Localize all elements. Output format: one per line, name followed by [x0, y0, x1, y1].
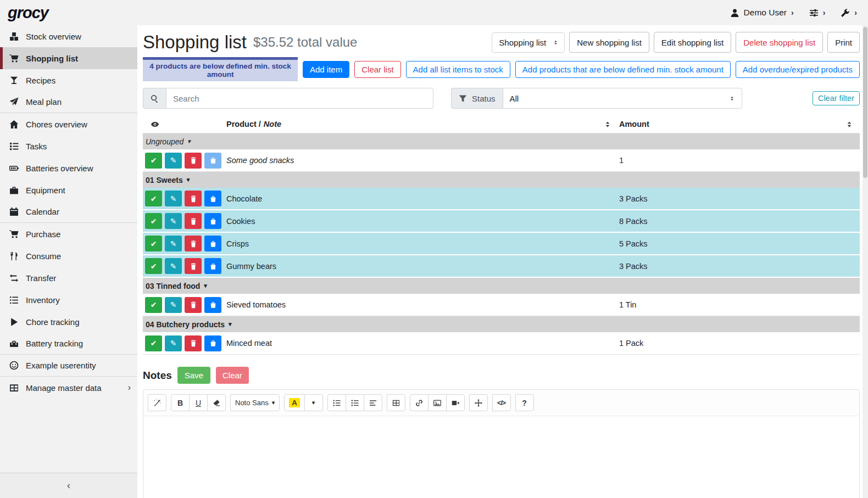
delete-item-button[interactable]	[185, 258, 202, 274]
chevron-right-icon: ›	[791, 8, 794, 17]
link-button[interactable]	[410, 394, 429, 411]
sort-icon[interactable]	[844, 120, 854, 128]
mark-done-button[interactable]: ✔	[145, 258, 162, 274]
code-button[interactable]: </>	[492, 394, 511, 411]
add-item-button[interactable]: Add item	[303, 61, 349, 78]
delete-item-button[interactable]	[185, 335, 202, 351]
mark-done-button[interactable]: ✔	[145, 297, 162, 313]
add-to-stock-button[interactable]	[204, 191, 221, 206]
sidebar-item-chores-overview[interactable]: Chores overview	[0, 113, 137, 135]
delete-item-button[interactable]	[185, 153, 202, 169]
sidebar-item-purchase[interactable]: Purchase	[0, 223, 137, 245]
eraser-button[interactable]	[207, 394, 226, 411]
sidebar-item-meal-plan[interactable]: Meal plan	[0, 91, 137, 113]
search-input[interactable]	[166, 88, 433, 109]
paragraph-button[interactable]	[364, 394, 382, 411]
delete-item-button[interactable]	[185, 297, 202, 313]
clear-notes-button[interactable]: Clear	[216, 367, 249, 384]
clear-filter-button[interactable]: Clear filter	[813, 91, 860, 105]
arrows-button[interactable]	[469, 394, 488, 411]
sidebar-item-tasks[interactable]: Tasks	[0, 135, 137, 157]
sidebar-item-transfer[interactable]: Transfer	[0, 267, 137, 289]
ul-button[interactable]	[327, 394, 346, 411]
sidebar-item-shopping-list[interactable]: Shopping list	[0, 47, 137, 69]
save-notes-button[interactable]: Save	[177, 367, 210, 384]
edit-item-button[interactable]: ✎	[165, 236, 182, 251]
help-button[interactable]: ?	[515, 394, 534, 411]
add-to-stock-button[interactable]	[204, 213, 221, 229]
check-icon: ✔	[151, 194, 157, 203]
delete-shopping-list-button[interactable]: Delete shopping list	[736, 32, 823, 53]
color-caret-button[interactable]: ▾	[304, 394, 323, 411]
user-menu[interactable]: Demo User ›	[730, 8, 794, 18]
add-below-min-stock-button[interactable]: Add products that are below defined min.…	[515, 61, 731, 78]
edit-item-button[interactable]: ✎	[165, 213, 182, 229]
sidebar-item-chore-tracking[interactable]: Chore tracking	[0, 311, 137, 333]
group-row[interactable]: 01 Sweets▾	[143, 172, 860, 188]
editor-content[interactable]	[143, 416, 859, 498]
scrollbar-thumb[interactable]	[863, 27, 867, 178]
sidebar-item-calendar[interactable]: Calendar	[0, 201, 137, 223]
delete-item-button[interactable]	[185, 213, 202, 229]
edit-item-button[interactable]: ✎	[165, 335, 182, 351]
delete-item-button[interactable]	[185, 191, 202, 206]
add-overdue-button[interactable]: Add overdue/expired products	[736, 61, 860, 78]
grid-button[interactable]	[387, 394, 405, 411]
print-button[interactable]: Print	[827, 32, 860, 53]
play-icon	[8, 317, 20, 327]
status-filter-group: Status All	[451, 88, 742, 109]
edit-item-button[interactable]: ✎	[165, 153, 182, 169]
group-row[interactable]: Ungrouped▾	[143, 133, 860, 149]
caret-down-icon: ▾	[229, 321, 232, 328]
amount-column-header[interactable]: Amount	[618, 120, 860, 128]
sidebar-item-stock-overview[interactable]: Stock overview	[0, 25, 137, 47]
shopping-list-select[interactable]: Shopping list	[492, 32, 565, 53]
add-to-stock-button[interactable]	[204, 258, 221, 274]
sidebar-item-equipment[interactable]: Equipment	[0, 179, 137, 201]
sidebar-item-consume[interactable]: Consume	[0, 245, 137, 267]
sidebar-item-inventory[interactable]: Inventory	[0, 289, 137, 311]
add-all-to-stock-button[interactable]: Add all list items to stock	[406, 61, 510, 78]
sidebar-item-battery-tracking[interactable]: Battery tracking	[0, 333, 137, 355]
mark-done-button[interactable]: ✔	[145, 213, 162, 229]
fontname-button[interactable]: Noto Sans▾	[230, 394, 280, 411]
edit-item-button[interactable]: ✎	[165, 191, 182, 206]
check-icon: ✔	[151, 239, 157, 248]
color-button[interactable]: A	[284, 394, 304, 411]
app-logo[interactable]: grocy	[8, 4, 48, 22]
sidebar-item-recipes[interactable]: Recipes	[0, 69, 137, 91]
sidebar-collapse-button[interactable]: ‹	[0, 473, 137, 498]
sidebar-item-example-userentity[interactable]: Example userentity	[0, 355, 137, 377]
ol-button[interactable]	[346, 394, 364, 411]
add-to-stock-button[interactable]	[204, 236, 221, 251]
delete-item-button[interactable]	[185, 236, 202, 251]
clear-list-button[interactable]: Clear list	[354, 61, 400, 78]
product-column-header[interactable]: Product / Note	[225, 120, 618, 128]
status-select[interactable]: All	[503, 88, 742, 109]
magic-button[interactable]	[148, 394, 166, 411]
new-shopping-list-button[interactable]: New shopping list	[569, 32, 649, 53]
edit-item-button[interactable]: ✎	[165, 297, 182, 313]
sidebar-item-batteries-overview[interactable]: Batteries overview	[0, 157, 137, 179]
video-button[interactable]	[446, 394, 465, 411]
mark-done-button[interactable]: ✔	[145, 236, 162, 251]
mark-done-button[interactable]: ✔	[145, 153, 162, 169]
picture-button[interactable]	[428, 394, 447, 411]
edit-item-button[interactable]: ✎	[165, 258, 182, 274]
visibility-column-header[interactable]	[143, 120, 225, 128]
sidebar-item-manage-master-data[interactable]: Manage master data›	[0, 377, 137, 399]
add-to-stock-button[interactable]	[204, 153, 221, 169]
bold-button[interactable]: B	[171, 394, 190, 411]
add-to-stock-button[interactable]	[204, 335, 221, 351]
edit-shopping-list-button[interactable]: Edit shopping list	[654, 32, 731, 53]
group-row[interactable]: 03 Tinned food▾	[143, 278, 860, 294]
settings-menu[interactable]: ›	[809, 8, 826, 18]
add-to-stock-button[interactable]	[204, 297, 221, 313]
sort-icon[interactable]	[603, 120, 613, 128]
underline-button[interactable]: U	[189, 394, 208, 411]
mark-done-button[interactable]: ✔	[145, 335, 162, 351]
mark-done-button[interactable]: ✔	[145, 191, 162, 206]
admin-menu[interactable]: ›	[841, 8, 857, 18]
group-row[interactable]: 04 Butchery products▾	[143, 316, 860, 332]
vertical-scrollbar[interactable]	[863, 25, 868, 498]
